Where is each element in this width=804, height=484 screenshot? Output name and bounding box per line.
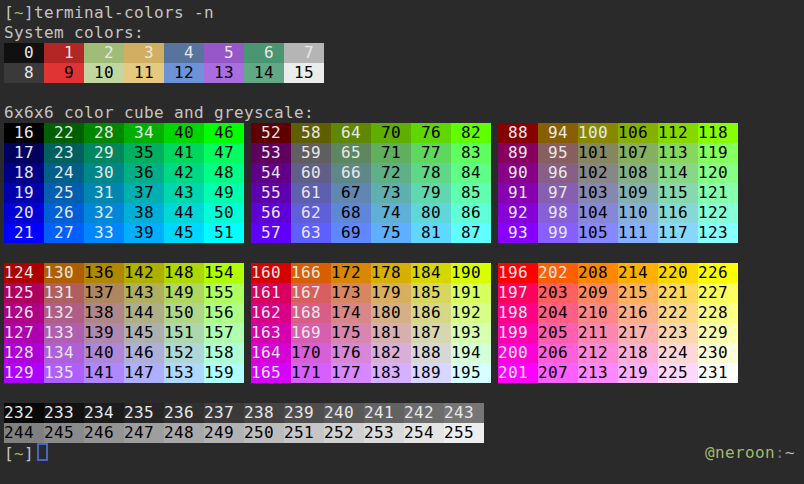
color-swatch-58: 58 (291, 123, 331, 143)
color-swatch-223: 223 (658, 323, 698, 343)
greyscale-grid: 2322332342352362372382392402412422432442… (4, 403, 804, 443)
color-swatch-6: 6 (244, 43, 284, 63)
cube-row: 202632384450 (4, 203, 244, 223)
color-swatch-195: 195 (451, 363, 491, 383)
cube-block-196: 1962022082142202261972032092152212271982… (498, 263, 738, 383)
color-swatch-87: 87 (451, 223, 491, 243)
cube-block-52: 5258647076825359657177835460667278845561… (251, 123, 491, 243)
color-swatch-131: 131 (44, 283, 84, 303)
cube-row: 128134140146152158 (4, 343, 244, 363)
color-swatch-63: 63 (291, 223, 331, 243)
cube-row: 546066727884 (251, 163, 491, 183)
cube-row: 161167173179185191 (251, 283, 491, 303)
color-swatch-146: 146 (124, 343, 164, 363)
color-swatch-104: 104 (578, 203, 618, 223)
color-swatch-15: 15 (284, 63, 324, 83)
color-swatch-47: 47 (204, 143, 244, 163)
color-swatch-37: 37 (124, 183, 164, 203)
color-swatch-43: 43 (164, 183, 204, 203)
color-swatch-251: 251 (284, 423, 324, 443)
color-swatch-169: 169 (291, 323, 331, 343)
color-swatch-121: 121 (698, 183, 738, 203)
cube-row: 163169175181187193 (251, 323, 491, 343)
color-swatch-12: 12 (164, 63, 204, 83)
color-swatch-107: 107 (618, 143, 658, 163)
color-swatch-100: 100 (578, 123, 618, 143)
color-swatch-243: 243 (444, 403, 484, 423)
color-swatch-64: 64 (331, 123, 371, 143)
color-swatch-99: 99 (538, 223, 578, 243)
right-prompt-separator: : (775, 443, 785, 462)
color-swatch-122: 122 (698, 203, 738, 223)
cube-row: 201207213219225231 (498, 363, 738, 383)
greyscale-row-2: 244245246247248249250251252253254255 (4, 423, 804, 443)
color-swatch-110: 110 (618, 203, 658, 223)
right-prompt-user: @neroon (705, 443, 775, 462)
color-swatch-139: 139 (84, 323, 124, 343)
color-swatch-190: 190 (451, 263, 491, 283)
cube-row: 160166172178184190 (251, 263, 491, 283)
color-swatch-27: 27 (44, 223, 84, 243)
color-swatch-249: 249 (204, 423, 244, 443)
color-swatch-83: 83 (451, 143, 491, 163)
terminal-screen[interactable]: [~]terminal-colors -n System colors: 012… (0, 0, 804, 484)
color-swatch-31: 31 (84, 183, 124, 203)
color-swatch-177: 177 (331, 363, 371, 383)
color-swatch-229: 229 (698, 323, 738, 343)
cube-block-16: 1622283440461723293541471824303642481925… (4, 123, 244, 243)
color-swatch-185: 185 (411, 283, 451, 303)
cube-row: 165171177183189195 (251, 363, 491, 383)
color-swatch-201: 201 (498, 363, 538, 383)
color-swatch-119: 119 (698, 143, 738, 163)
color-swatch-182: 182 (371, 343, 411, 363)
color-swatch-244: 244 (4, 423, 44, 443)
color-swatch-246: 246 (84, 423, 124, 443)
color-swatch-148: 148 (164, 263, 204, 283)
color-swatch-211: 211 (578, 323, 618, 343)
color-swatch-141: 141 (84, 363, 124, 383)
color-swatch-187: 187 (411, 323, 451, 343)
color-swatch-85: 85 (451, 183, 491, 203)
cube-row: 212733394551 (4, 223, 244, 243)
color-swatch-129: 129 (4, 363, 44, 383)
color-swatch-61: 61 (291, 183, 331, 203)
color-swatch-252: 252 (324, 423, 364, 443)
color-swatch-161: 161 (251, 283, 291, 303)
color-swatch-210: 210 (578, 303, 618, 323)
color-swatch-125: 125 (4, 283, 44, 303)
color-swatch-62: 62 (291, 203, 331, 223)
color-swatch-203: 203 (538, 283, 578, 303)
color-swatch-254: 254 (404, 423, 444, 443)
color-swatch-86: 86 (451, 203, 491, 223)
cube-row: 129135141147153159 (4, 363, 244, 383)
color-swatch-67: 67 (331, 183, 371, 203)
cube-row: 196202208214220226 (498, 263, 738, 283)
system-color-row-2: 89101112131415 (4, 63, 804, 83)
color-swatch-108: 108 (618, 163, 658, 183)
color-swatch-180: 180 (371, 303, 411, 323)
color-swatch-88: 88 (498, 123, 538, 143)
color-swatch-51: 51 (204, 223, 244, 243)
color-swatch-237: 237 (204, 403, 244, 423)
color-swatch-159: 159 (204, 363, 244, 383)
color-swatch-160: 160 (251, 263, 291, 283)
color-swatch-73: 73 (371, 183, 411, 203)
color-swatch-26: 26 (44, 203, 84, 223)
color-swatch-204: 204 (538, 303, 578, 323)
color-swatch-150: 150 (164, 303, 204, 323)
cube-row: 162228344046 (4, 123, 244, 143)
color-swatch-153: 153 (164, 363, 204, 383)
color-swatch-145: 145 (124, 323, 164, 343)
color-swatch-18: 18 (4, 163, 44, 183)
color-swatch-240: 240 (324, 403, 364, 423)
color-swatch-54: 54 (251, 163, 291, 183)
color-swatch-165: 165 (251, 363, 291, 383)
color-swatch-126: 126 (4, 303, 44, 323)
color-swatch-230: 230 (698, 343, 738, 363)
color-swatch-57: 57 (251, 223, 291, 243)
color-swatch-173: 173 (331, 283, 371, 303)
color-swatch-155: 155 (204, 283, 244, 303)
color-swatch-140: 140 (84, 343, 124, 363)
color-swatch-111: 111 (618, 223, 658, 243)
color-swatch-65: 65 (331, 143, 371, 163)
